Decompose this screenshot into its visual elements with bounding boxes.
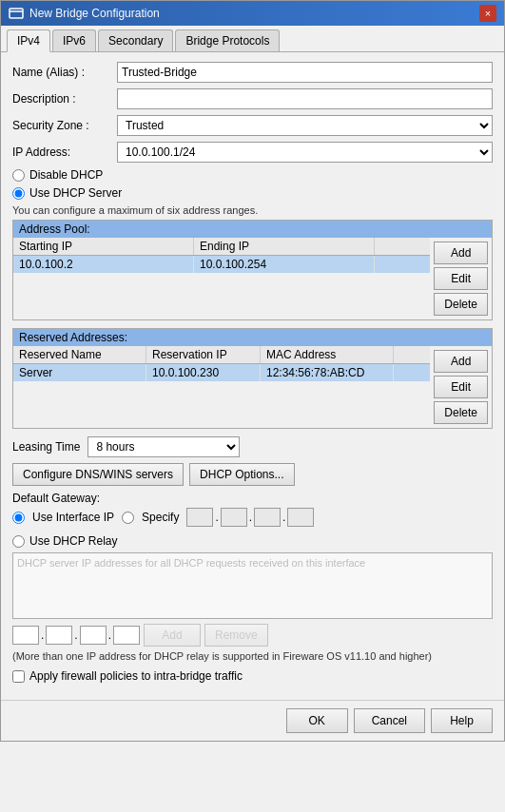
leasing-time-row: Leasing Time 8 hours 1 hour 12 hours 24 …	[12, 436, 493, 457]
address-pool-row[interactable]: 10.0.100.2 10.0.100.254	[13, 256, 430, 273]
reserved-addresses-section: Reserved Addresses: Reserved Name Reserv…	[12, 328, 493, 429]
use-interface-ip-radio[interactable]	[12, 512, 25, 524]
specify-radio[interactable]	[122, 512, 134, 524]
reserved-row[interactable]: Server 10.0.100.230 12:34:56:78:AB:CD	[13, 364, 430, 381]
gateway-options: Use Interface IP Specify . . .	[12, 508, 493, 527]
relay-ip-4[interactable]	[113, 626, 140, 645]
disable-dhcp-radio[interactable]	[12, 169, 25, 182]
default-gateway-label: Default Gateway:	[12, 492, 493, 505]
tab-ipv6[interactable]: IPv6	[52, 29, 96, 51]
reserved-add-button[interactable]: Add	[434, 350, 488, 373]
reserved-addresses-table: Reserved Name Reservation IP MAC Address…	[13, 346, 430, 428]
relay-ip-1[interactable]	[12, 626, 39, 645]
ok-button[interactable]: OK	[286, 708, 348, 733]
tab-ipv4[interactable]: IPv4	[7, 29, 50, 52]
relay-ip-group: . . .	[12, 626, 140, 645]
leasing-time-select[interactable]: 8 hours 1 hour 12 hours 24 hours	[87, 436, 240, 457]
bottom-bar: OK Cancel Help	[1, 700, 504, 741]
relay-remove-button[interactable]: Remove	[204, 624, 268, 647]
gateway-ip-3[interactable]	[254, 508, 281, 527]
reserved-addresses-buttons: Add Edit Delete	[430, 346, 492, 428]
starting-ip-cell: 10.0.100.2	[13, 256, 194, 273]
address-pool-header-row: Starting IP Ending IP	[13, 238, 430, 256]
relay-dot-3: .	[108, 628, 111, 642]
ip-dot-2: .	[249, 511, 252, 524]
address-pool-buttons: Add Edit Delete	[430, 238, 492, 319]
description-row: Description :	[12, 88, 493, 109]
use-interface-ip-label: Use Interface IP	[32, 511, 114, 524]
relay-ip-2[interactable]	[46, 626, 72, 645]
col-reservation-ip-header: Reservation IP	[146, 346, 261, 363]
relay-placeholder-text: DHCP server IP addresses for all DHCP re…	[17, 557, 365, 569]
use-dhcp-server-radio[interactable]	[12, 187, 25, 200]
relay-dot-2: .	[74, 628, 77, 642]
mac-address-cell: 12:34:56:78:AB:CD	[261, 364, 394, 381]
relay-add-button[interactable]: Add	[144, 624, 201, 647]
use-dhcp-server-row: Use DHCP Server	[12, 186, 493, 200]
security-zone-select[interactable]: Trusted Optional External Custom	[117, 115, 493, 136]
ip-dot-1: .	[215, 511, 218, 524]
ending-ip-cell: 10.0.100.254	[194, 256, 375, 273]
title-bar-left: New Bridge Configuration	[9, 6, 160, 21]
security-zone-label: Security Zone :	[12, 119, 117, 132]
disable-dhcp-label: Disable DHCP	[29, 168, 103, 182]
use-dhcp-relay-row: Use DHCP Relay	[12, 534, 493, 548]
ip-address-select[interactable]: 10.0.100.1/24	[117, 142, 493, 163]
apply-firewall-row: Apply firewall policies to intra-bridge …	[12, 669, 493, 683]
address-pool-table: Starting IP Ending IP 10.0.100.2 10.0.10…	[13, 238, 430, 319]
tabs-bar: IPv4 IPv6 Secondary Bridge Protocols	[1, 26, 504, 52]
reserved-header-row: Reserved Name Reservation IP MAC Address	[13, 346, 430, 364]
col-starting-ip-header: Starting IP	[13, 238, 194, 255]
apply-firewall-checkbox[interactable]	[12, 670, 25, 683]
tab-bridge-protocols[interactable]: Bridge Protocols	[175, 29, 280, 51]
name-input[interactable]	[117, 62, 493, 83]
reserved-name-cell: Server	[13, 364, 146, 381]
use-dhcp-relay-label: Use DHCP Relay	[29, 534, 117, 548]
window-icon	[9, 6, 24, 21]
address-pool-header: Address Pool:	[13, 221, 492, 238]
tab-content: Name (Alias) : Description : Security Zo…	[1, 52, 504, 700]
address-pool-delete-button[interactable]: Delete	[434, 293, 488, 316]
specify-label: Specify	[142, 511, 179, 524]
address-pool-add-button[interactable]: Add	[434, 242, 488, 264]
reserved-edit-button[interactable]: Edit	[434, 376, 488, 398]
cancel-button[interactable]: Cancel	[354, 708, 425, 733]
use-dhcp-relay-radio[interactable]	[12, 535, 25, 548]
tab-secondary[interactable]: Secondary	[98, 29, 173, 51]
ip-address-row: IP Address: 10.0.100.1/24	[12, 142, 493, 163]
leasing-time-label: Leasing Time	[12, 440, 80, 454]
relay-note: (More than one IP address for DHCP relay…	[12, 650, 493, 662]
relay-input-row: . . . Add Remove	[12, 624, 493, 647]
security-zone-row: Security Zone : Trusted Optional Externa…	[12, 115, 493, 136]
col-mac-address-header: MAC Address	[261, 346, 394, 363]
svg-rect-0	[10, 9, 23, 18]
reserved-addresses-table-area: Reserved Name Reservation IP MAC Address…	[13, 346, 492, 428]
apply-firewall-label: Apply firewall policies to intra-bridge …	[29, 669, 243, 683]
address-pool-edit-button[interactable]: Edit	[434, 267, 488, 290]
window-title: New Bridge Configuration	[29, 7, 160, 20]
reserved-addresses-header: Reserved Addresses:	[13, 329, 492, 346]
address-pool-table-area: Starting IP Ending IP 10.0.100.2 10.0.10…	[13, 238, 492, 319]
description-label: Description :	[12, 92, 117, 106]
config-info: You can configure a maximum of six addre…	[12, 204, 493, 216]
name-label: Name (Alias) :	[12, 66, 117, 79]
configure-dns-button[interactable]: Configure DNS/WINS servers	[12, 463, 184, 486]
dhcp-options-button[interactable]: DHCP Options...	[189, 463, 294, 486]
col-reserved-name-header: Reserved Name	[13, 346, 146, 363]
description-input[interactable]	[117, 88, 493, 109]
gateway-ip-2[interactable]	[221, 508, 247, 527]
close-button[interactable]: ×	[479, 5, 496, 22]
ip-address-label: IP Address:	[12, 145, 117, 159]
title-bar: New Bridge Configuration ×	[1, 1, 504, 26]
col-ending-ip-header: Ending IP	[194, 238, 375, 255]
dns-dhcp-row: Configure DNS/WINS servers DHCP Options.…	[12, 463, 493, 486]
relay-ip-3[interactable]	[80, 626, 107, 645]
disable-dhcp-row: Disable DHCP	[12, 168, 493, 182]
gateway-ip-4[interactable]	[287, 508, 314, 527]
help-button[interactable]: Help	[431, 708, 493, 733]
default-gateway-row: Default Gateway: Use Interface IP Specif…	[12, 492, 493, 527]
reserved-delete-button[interactable]: Delete	[434, 401, 488, 424]
gateway-ip-1[interactable]	[186, 508, 213, 527]
address-pool-body: 10.0.100.2 10.0.100.254	[13, 256, 430, 313]
use-dhcp-server-label: Use DHCP Server	[29, 186, 122, 200]
